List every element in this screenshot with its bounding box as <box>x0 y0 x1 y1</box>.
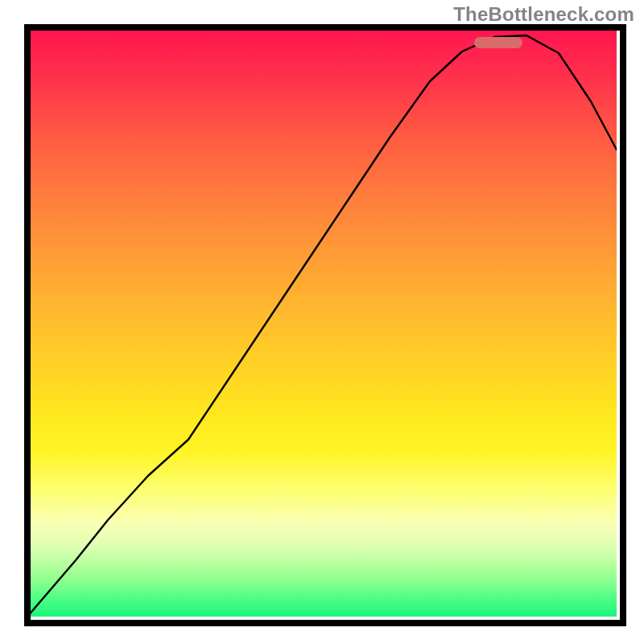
plot-area <box>27 27 617 617</box>
watermark: TheBottleneck.com <box>453 3 634 26</box>
optimal-marker <box>474 37 522 48</box>
chart-overlay <box>27 27 617 617</box>
bottleneck-curve <box>27 35 617 617</box>
chart-frame: TheBottleneck.com <box>0 0 644 644</box>
